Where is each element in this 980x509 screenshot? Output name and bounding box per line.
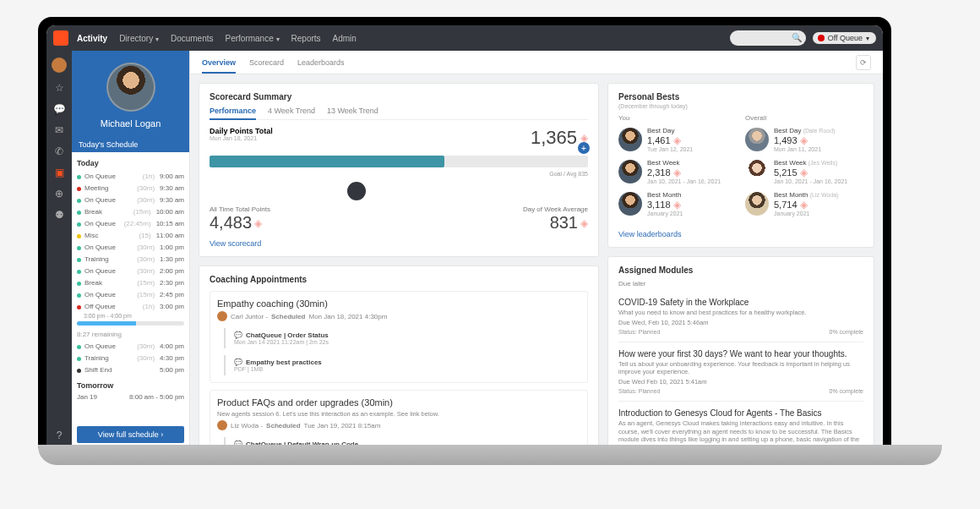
nav-activity[interactable]: Activity <box>77 34 107 43</box>
pb-title: Personal Bests <box>618 92 863 101</box>
tomorrow-label: Tomorrow <box>77 381 184 390</box>
schedule-label: Training <box>84 353 137 364</box>
schedule-row: Break(15m)2:30 pm <box>77 277 184 289</box>
schedule-row: On Queue(30m)2:00 pm <box>77 265 184 277</box>
schedule-time: 2:00 pm <box>160 266 184 276</box>
status-dot <box>77 175 81 179</box>
help-icon[interactable]: ? <box>53 430 65 441</box>
search-input[interactable]: 🔍 <box>730 30 806 46</box>
schedule-duration: (15m) <box>133 207 151 217</box>
add-button[interactable]: + <box>578 142 590 154</box>
coach-avatar <box>217 311 227 321</box>
schedule-duration: (30m) <box>137 266 155 276</box>
schedule-time: 11:00 am <box>156 231 184 241</box>
progress-bar <box>77 321 184 326</box>
nav-admin[interactable]: Admin <box>333 34 357 43</box>
coaching-item[interactable]: Product FAQs and order upgrades (30min) … <box>210 390 588 448</box>
view-leaderboards-link[interactable]: View leaderboards <box>618 230 681 238</box>
schedule-label: Meeting <box>84 183 137 194</box>
schedule-time: 9:00 am <box>160 172 184 182</box>
mail-icon[interactable]: ✉ <box>53 124 65 136</box>
tab-performance[interactable]: Performance <box>210 107 256 120</box>
gem-icon: ◈ <box>800 199 808 211</box>
dpt-date: Mon Jan 18, 2021 <box>210 135 273 141</box>
pb-metric: Best Week (Jes Wells) <box>774 159 847 167</box>
profile-panel: Michael Logan Today's Schedule Today On … <box>72 51 190 448</box>
status-dot <box>77 199 81 203</box>
pb-value: 1,461 ◈ <box>647 134 693 146</box>
gem-icon: ◈ <box>800 167 808 178</box>
view-full-schedule-button[interactable]: View full schedule › <box>77 426 184 443</box>
schedule-label: Break <box>84 278 137 288</box>
nav-directory[interactable]: Directory ▾ <box>119 34 159 43</box>
pb-overall-header: Overall <box>745 114 863 122</box>
schedule-row: Shift End5:00 pm <box>77 364 184 376</box>
tab-scorecard[interactable]: Scorecard <box>249 58 284 67</box>
status-dot <box>77 187 81 191</box>
scorecard-title: Scorecard Summary <box>210 92 588 101</box>
phone-icon[interactable]: ✆ <box>53 145 65 157</box>
gem-icon: ◈ <box>673 167 681 178</box>
chat-bubble-icon: 💬 <box>234 358 242 366</box>
schedule-duration: (30m) <box>137 183 155 194</box>
schedule-duration: (1h) <box>143 302 155 312</box>
pb-you-header: You <box>618 114 737 122</box>
tab-overview[interactable]: Overview <box>202 58 236 74</box>
module-item[interactable]: How were your first 30 days? We want to … <box>618 342 863 402</box>
chat-icon[interactable]: 💬 <box>53 103 65 115</box>
schedule-time: 10:00 am <box>156 207 184 217</box>
schedule-time: 1:00 pm <box>160 243 184 253</box>
schedule-duration: (15m) <box>137 290 155 300</box>
user-avatar-icon[interactable] <box>52 57 67 73</box>
nav-documents[interactable]: Documents <box>171 34 214 43</box>
status-dot <box>77 357 81 361</box>
gem-icon: ◈ <box>673 199 681 211</box>
schedule-duration: (22:45m) <box>124 219 151 229</box>
module-item[interactable]: Introduction to Genesys Cloud for Agents… <box>618 402 863 448</box>
avatar <box>618 128 642 151</box>
nav-reports[interactable]: Reports <box>291 34 321 43</box>
schedule-time: 2:30 pm <box>160 278 184 288</box>
presence-toggle[interactable]: Off Queue ▾ <box>813 32 876 44</box>
avatar <box>618 192 642 216</box>
module-due: Due Wed, Feb 10, 2021 5:46am <box>618 319 863 327</box>
nav-performance[interactable]: Performance ▾ <box>226 34 280 43</box>
tab-leaderboards[interactable]: Leaderboards <box>297 58 345 67</box>
coaching-item[interactable]: Empathy coaching (30min) Carl Juntor - S… <box>210 291 588 383</box>
gem-icon: ◈ <box>580 217 588 229</box>
module-title: COVID-19 Safety in the Workplace <box>618 298 863 307</box>
schedule-time: 9:30 am <box>160 183 184 194</box>
schedule-label: On Queue <box>84 219 124 229</box>
favorites-icon[interactable]: ☆ <box>53 82 65 94</box>
people-icon[interactable]: ⚉ <box>53 209 65 221</box>
presence-dot <box>818 35 825 41</box>
schedule-duration: (30m) <box>137 353 155 364</box>
slider-handle[interactable] <box>347 182 366 200</box>
schedule-duration: (30m) <box>137 342 155 352</box>
tab-4week[interactable]: 4 Week Trend <box>268 107 315 119</box>
pb-date: Jan 10, 2021 - Jan 16, 2021 <box>774 178 847 184</box>
interaction-meta: PDF | 1MB <box>234 366 580 372</box>
view-scorecard-link[interactable]: View scorecard <box>210 239 261 248</box>
interaction-meta: Mon Jan 14 2021 11:22am | 2m 22s <box>234 339 580 345</box>
module-item[interactable]: COVID-19 Safety in the Workplace What yo… <box>618 291 863 342</box>
schedule-label: On Queue <box>84 195 137 205</box>
schedule-title: Today's Schedule <box>72 137 189 152</box>
schedule-label: On Queue <box>84 243 137 253</box>
refresh-button[interactable]: ⟳ <box>856 55 871 70</box>
pb-row: Best Day1,461 ◈Tue Jan 12, 2021 <box>618 127 737 152</box>
status-dot <box>77 305 81 309</box>
left-icon-rail: ☆ 💬 ✉ ✆ ▣ ⊕ ⚉ ? <box>46 51 72 448</box>
module-status: Status: Planned <box>618 388 660 394</box>
pb-value: 5,714 ◈ <box>774 199 838 211</box>
interaction-title: 💬ChatQueue | Order Status <box>234 331 580 339</box>
globe-icon[interactable]: ⊕ <box>53 188 65 200</box>
schedule-duration: (30m) <box>137 243 155 253</box>
schedule-label: Off Queue <box>84 302 143 312</box>
pb-value: 3,118 ◈ <box>647 199 683 211</box>
avatar <box>745 192 769 216</box>
inbox-icon[interactable]: ▣ <box>53 167 65 178</box>
pb-value: 1,493 ◈ <box>774 134 835 146</box>
current-range: 3:00 pm - 4:00 pm <box>77 313 184 319</box>
tab-13week[interactable]: 13 Week Trend <box>327 107 378 119</box>
